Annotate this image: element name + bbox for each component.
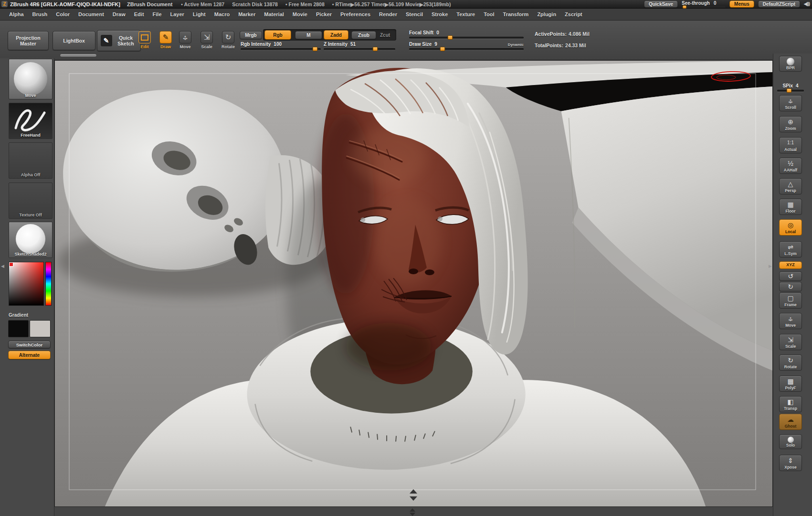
z-intensity-track[interactable] [324,48,395,50]
main-color-swatch[interactable] [8,320,29,337]
menu-macro[interactable]: Macro [210,10,234,19]
scale-mode-button[interactable]: ⇲ Scale [196,31,217,49]
mrgb-button[interactable]: Mrgb [240,31,262,39]
canvas-horizontal-scrollbar[interactable] [60,54,97,57]
menu-picker[interactable]: Picker [312,10,336,19]
menu-render[interactable]: Render [375,10,401,19]
menu-layer[interactable]: Layer [166,10,189,19]
document-viewport[interactable] [54,60,773,507]
menu-document[interactable]: Document [74,10,108,19]
color-picker-cursor[interactable] [9,262,13,267]
rgb-intensity-track[interactable] [241,48,321,50]
menu-stroke[interactable]: Stroke [427,10,452,19]
brush-selector[interactable]: Move [9,59,53,99]
rgb-intensity-handle[interactable] [313,47,318,51]
spix-slider[interactable]: SPix 4 [777,83,804,92]
right-tray-toggle[interactable]: ▶ [769,264,772,269]
material-selector[interactable]: SketchShaded2 [9,222,53,258]
alternate-button[interactable]: Alternate [8,351,51,359]
rgb-button[interactable]: Rgb [264,30,291,40]
texture-selector[interactable]: Texture Off [9,183,53,219]
draw-size-slider[interactable]: Draw Size 9 Dynamic [409,42,524,50]
draw-size-handle[interactable] [440,47,445,51]
stroke-selector[interactable]: FreeHand [9,103,53,139]
see-through-slider[interactable]: See-through 0 [682,0,726,8]
switch-color-button[interactable]: SwitchColor [8,341,51,348]
menu-edit[interactable]: Edit [130,10,148,19]
xyz-button[interactable]: XYZ [779,261,802,269]
menu-transform[interactable]: Transform [499,10,533,19]
spix-track[interactable] [777,90,804,92]
floor-button[interactable]: ▦ Floor [779,199,802,215]
local-button[interactable]: ◎ Local [779,219,802,236]
see-through-handle[interactable] [682,5,686,9]
transp-label: Transp [780,406,801,411]
focal-shift-slider[interactable]: Focal Shift 0 [409,30,524,39]
menu-tool[interactable]: Tool [479,10,498,19]
focal-shift-handle[interactable] [448,35,453,40]
solo-button[interactable]: Solo [779,434,802,449]
alpha-selector[interactable]: Alpha Off [9,142,53,179]
menu-draw[interactable]: Draw [108,10,130,19]
left-tray-toggle[interactable]: ◀ [1,264,4,269]
menu-stencil[interactable]: Stencil [401,10,427,19]
spin-ccw-button[interactable]: ↺ [779,271,802,281]
menu-brush[interactable]: Brush [28,10,52,19]
menu-zscript[interactable]: Zscript [560,10,587,19]
draw-size-track[interactable] [409,48,524,50]
dynamic-label[interactable]: Dynamic [508,42,524,48]
move-view-button[interactable]: Move [779,313,802,329]
menu-preferences[interactable]: Preferences [336,10,375,19]
rotate-view-button[interactable]: ↻ Rotate [779,355,802,371]
secondary-color-swatch[interactable] [30,320,51,337]
polyframe-button[interactable]: ▩ PolyF [779,376,802,392]
zcut-button[interactable]: Zcut [380,32,390,38]
menu-file[interactable]: File [148,10,166,19]
quicksave-button[interactable]: QuickSave [644,0,678,8]
spix-handle[interactable] [787,88,792,93]
default-zscript-button[interactable]: DefaultZScript [758,0,800,8]
rotate-mode-button[interactable]: ↻ Rotate [218,31,239,49]
z-intensity-handle[interactable] [373,47,378,51]
menu-marker[interactable]: Marker [234,10,260,19]
color-picker[interactable] [9,262,44,306]
m-button[interactable]: M [295,31,322,39]
focal-shift-track[interactable] [409,37,524,39]
bpr-button[interactable]: BPR [779,56,802,72]
menu-texture[interactable]: Texture [452,10,479,19]
spin-cw-button[interactable]: ↻ [779,282,802,291]
menu-material[interactable]: Material [260,10,288,19]
move-mode-button[interactable]: Move [175,31,196,49]
frame-button[interactable]: ▢ Frame [779,292,802,309]
menus-button[interactable]: Menus [729,0,754,8]
persp-button[interactable]: △ Persp [779,178,802,194]
zsub-button[interactable]: Zsub [351,31,376,39]
zoom-button[interactable]: ⊕ Zoom [779,116,802,132]
z-intensity-slider[interactable]: Z Intensity 51 [324,42,395,50]
lsym-button[interactable]: ⇌ L.Sym [779,241,802,258]
aahalf-button[interactable]: ½ AAHalf [779,158,802,174]
xpose-button[interactable]: ⇕ Xpose [779,455,802,471]
menu-alpha[interactable]: Alpha [5,10,28,19]
volume-icon[interactable]: ◀))) [804,0,810,8]
scale-view-button[interactable]: ⇲ Scale [779,334,802,350]
transp-button[interactable]: ◧ Transp [779,396,802,412]
menu-zplugin[interactable]: Zplugin [533,10,560,19]
edit-mode-button[interactable]: Edit [134,31,155,49]
lightbox-button[interactable]: LightBox [53,31,95,50]
see-through-track[interactable] [682,6,726,8]
active-points-label: ActivePoints: [535,31,567,37]
ghost-button[interactable]: ☁ Ghost [779,414,802,430]
hue-strip[interactable] [45,262,52,306]
projection-master-button[interactable]: Projection Master [8,31,49,50]
menu-movie[interactable]: Movie [288,10,312,19]
canvas-scroll-arrows[interactable] [410,508,415,516]
zadd-button[interactable]: Zadd [324,30,348,40]
actual-size-button[interactable]: 1:1 Actual [779,137,802,153]
scroll-button[interactable]: Scroll [779,95,802,111]
gradient-label[interactable]: Gradient [9,312,28,318]
menu-color[interactable]: Color [52,10,74,19]
rgb-intensity-slider[interactable]: Rgb Intensity 100 [241,42,321,50]
menu-light[interactable]: Light [189,10,210,19]
draw-mode-button[interactable]: ✎ Draw [155,31,176,49]
